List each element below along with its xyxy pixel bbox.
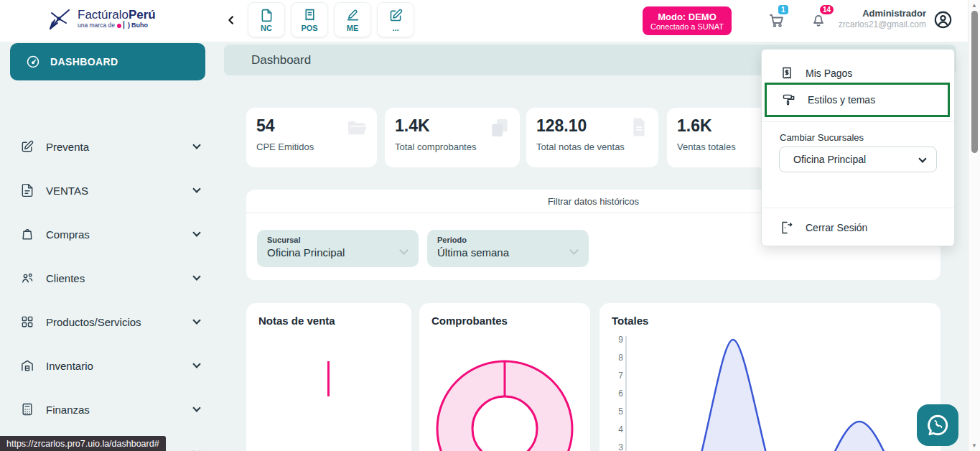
pencil-square-icon: [20, 139, 34, 154]
note-credit-icon: [259, 8, 274, 23]
menu-item-cerrar-sesion[interactable]: Cerrar Sesión: [762, 216, 954, 239]
sidebar-item-finanzas[interactable]: Finanzas: [10, 395, 215, 424]
users-icon: [20, 271, 34, 285]
sidebar-item-dashboard[interactable]: DASHBOARD: [10, 43, 205, 80]
scroll-down-arrow[interactable]: ▼: [969, 442, 980, 449]
chevron-down-icon: [192, 272, 200, 280]
chart-card-totales: Totales 9876543: [599, 303, 941, 451]
receipt-dollar-icon: [780, 66, 794, 80]
file-text-icon: [20, 183, 34, 197]
quick-action-me[interactable]: ME: [334, 2, 371, 37]
top-bar: FactúraloPerú una marca de ▏) Buho NC PO…: [0, 0, 980, 42]
chevron-down-icon: [192, 360, 200, 368]
stat-label: CPE Emitidos: [256, 141, 367, 152]
logout-icon: [780, 220, 794, 235]
user-avatar-button[interactable]: [933, 10, 953, 32]
buho-dot-icon: [117, 24, 121, 28]
branch-section-label: Cambiar Sucursales: [780, 132, 864, 143]
sidebar-item-clientes[interactable]: Clientes: [10, 264, 215, 292]
grid-icon: [20, 315, 34, 329]
brand-logo[interactable]: FactúraloPerú una marca de ▏) Buho: [45, 4, 156, 33]
stat-label: Total comprobantes: [395, 141, 510, 152]
status-bar-url: https://zrcarlos.pro7.uio.la/dashboard#: [0, 436, 166, 451]
document-icon: [628, 116, 650, 138]
demo-mode-badge[interactable]: Modo: DEMO Conectado a SUNAT: [643, 6, 732, 35]
chevron-down-icon: [192, 185, 200, 192]
paint-roller-icon: [782, 93, 796, 107]
whatsapp-button[interactable]: [917, 404, 958, 446]
notifications-badge: 14: [820, 5, 834, 14]
speedometer-icon: [26, 55, 40, 69]
chevron-left-icon: [225, 14, 237, 26]
chart-title: Notas de venta: [246, 303, 411, 327]
quick-action-more[interactable]: ...: [377, 2, 414, 37]
menu-divider: [762, 208, 954, 208]
shopping-bag-icon: [20, 227, 34, 241]
chart-card-comprobantes: Comprobantes: [419, 303, 590, 451]
sucursal-select[interactable]: Sucursal Oficina Principal: [257, 230, 419, 267]
chevron-down-icon: [192, 404, 200, 412]
copy-icon: [488, 116, 511, 139]
brand-title: FactúraloPerú: [78, 9, 156, 21]
menu-item-estilos-y-temas[interactable]: Estilos y temas: [765, 83, 950, 117]
chevron-down-icon: [192, 316, 200, 324]
receipt-icon: [302, 8, 317, 23]
menu-divider: [762, 121, 954, 122]
sidebar-item-ventas[interactable]: VENTAS: [10, 176, 215, 205]
page-title: Dashboard: [251, 53, 311, 68]
notas-spike-mark: [327, 361, 330, 396]
folder-icon: [345, 116, 368, 139]
menu-item-mis-pagos[interactable]: Mis Pagos: [762, 62, 954, 85]
hummingbird-logo-icon: [45, 4, 73, 33]
signature-icon: [345, 8, 360, 23]
user-name: Administrador: [839, 8, 926, 19]
vertical-scrollbar[interactable]: ▲ ▼: [968, 0, 980, 451]
sidebar-item-preventa[interactable]: Preventa: [10, 132, 215, 161]
edit-icon: [388, 8, 403, 23]
area-chart[interactable]: [625, 303, 941, 451]
stat-card-cpe: 54 CPE Emitidos: [246, 108, 377, 167]
scroll-up-arrow[interactable]: ▲: [969, 2, 980, 9]
sidebar: DASHBOARD Preventa VENTAS Compras Client…: [0, 42, 224, 451]
buho-mark-icon: ▏): [123, 22, 129, 29]
warehouse-icon: [20, 358, 34, 373]
periodo-select[interactable]: Periodo Última semana: [427, 230, 589, 267]
chart-card-notas-de-venta: Notas de venta: [246, 303, 411, 451]
donut-chart[interactable]: [419, 303, 590, 451]
notifications-button[interactable]: 14: [810, 11, 827, 32]
quick-actions: NC POS ME ...: [248, 2, 414, 37]
sidebar-collapse-button[interactable]: [224, 13, 238, 29]
user-dropdown-menu: Mis Pagos Estilos y temas Cambiar Sucurs…: [761, 49, 955, 246]
branch-select[interactable]: Oficina Principal: [779, 147, 937, 172]
brand-tagline: una marca de ▏) Buho: [78, 22, 156, 29]
user-info: Administrador zrcarlos21@gmail.com: [839, 8, 926, 30]
sidebar-item-compras[interactable]: Compras: [10, 220, 215, 248]
user-email: zrcarlos21@gmail.com: [839, 19, 926, 30]
avatar-icon: [933, 10, 953, 29]
chevron-down-icon: [192, 228, 200, 236]
chevron-down-icon: [192, 141, 200, 149]
whatsapp-icon: [925, 412, 951, 438]
quick-action-pos[interactable]: POS: [291, 2, 328, 37]
cart-button[interactable]: 1: [768, 11, 785, 32]
calculator-icon: [20, 402, 34, 417]
stat-card-comprobantes: 1.4K Total comprobantes: [385, 108, 520, 167]
stat-label: Total notas de ventas: [536, 141, 648, 152]
sidebar-item-inventario[interactable]: Inventario: [10, 351, 215, 380]
quick-action-nc[interactable]: NC: [248, 2, 285, 37]
scrollbar-thumb[interactable]: [971, 11, 978, 153]
y-axis-ticks: 9876543: [612, 335, 623, 451]
cart-badge: 1: [778, 5, 788, 14]
chevron-down-icon: [918, 154, 926, 162]
sidebar-item-productos[interactable]: Productos/Servicios: [10, 307, 215, 336]
chevron-down-icon: [192, 447, 200, 451]
stat-card-notas: 128.10 Total notas de ventas: [526, 108, 658, 167]
